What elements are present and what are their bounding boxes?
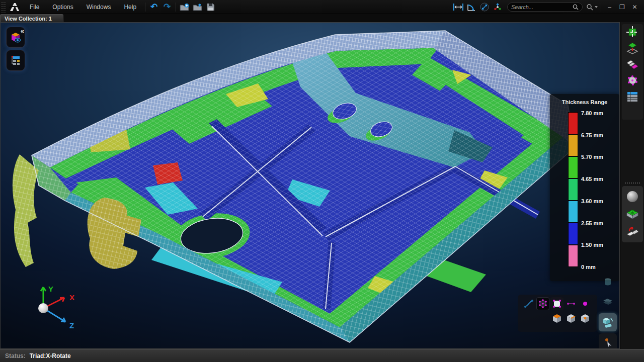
flip-normals-button[interactable] — [624, 224, 641, 240]
cube-sketch-icon — [601, 315, 615, 329]
cursor-icon — [602, 337, 613, 348]
legend-label: 7.80 mm — [581, 110, 603, 116]
collapse-chevrons-icon: « — [21, 27, 23, 35]
workplane-button[interactable] — [599, 273, 617, 291]
triad-z-label: Z — [69, 321, 74, 330]
legend-label: 4.65 mm — [581, 176, 603, 182]
rotate-sphere-button[interactable] — [478, 2, 491, 13]
menu-options[interactable]: Options — [46, 0, 79, 14]
snap-edge-button[interactable] — [565, 312, 578, 325]
entity-visibility-button[interactable]: « — [6, 27, 25, 48]
snap-vertex-button[interactable] — [579, 312, 592, 325]
cube-face-icon — [551, 313, 562, 324]
green-cross-square-icon — [626, 26, 639, 39]
triad-tool-button[interactable] — [491, 2, 504, 13]
select-edge-button[interactable] — [565, 297, 578, 310]
tab-bar: View Collection: 1 — [0, 14, 644, 22]
app-logo-icon — [6, 1, 23, 13]
select-mesh-button[interactable] — [536, 297, 549, 310]
legend-label: 0 mm — [581, 264, 596, 270]
stack-icon — [602, 297, 614, 308]
select-curve-button[interactable] — [522, 297, 535, 310]
sidebar-group-edit — [622, 24, 643, 120]
sidebar-group-display — [622, 186, 643, 242]
triad-x-label: X — [69, 293, 74, 302]
thickness-legend: Thickness Range 7.80 mm6.75 mm5.70 mm4.6… — [550, 94, 619, 281]
menu-windows[interactable]: Windows — [80, 0, 118, 14]
close-button[interactable]: ✕ — [628, 2, 641, 12]
save-button[interactable] — [204, 2, 217, 13]
status-label: Status: — [5, 352, 26, 359]
legend-scale — [569, 113, 578, 266]
mesh-block-icon — [625, 208, 639, 221]
morph-mesh-button[interactable] — [624, 72, 641, 88]
measure-distance-button[interactable] — [452, 2, 465, 13]
browser-list-icon — [10, 54, 22, 66]
cube-vertex-icon — [580, 313, 591, 324]
viewport[interactable]: Y X Z « — [0, 22, 620, 349]
snap-face-button[interactable] — [550, 312, 564, 325]
cylinder-icon — [602, 277, 613, 288]
flip-surface-icon — [625, 225, 639, 238]
element-offset-button[interactable] — [624, 40, 641, 56]
replace-nodes-button[interactable] — [624, 24, 641, 40]
cube-edge-icon — [566, 313, 577, 324]
minimize-button[interactable]: – — [603, 2, 616, 12]
midsurface-button[interactable] — [624, 56, 641, 72]
measure-angle-button[interactable] — [465, 2, 478, 13]
select-face-button[interactable] — [550, 297, 564, 310]
view-tools-toolbar — [597, 272, 618, 349]
legend-color-segment — [569, 245, 578, 266]
sidebar-divider — [624, 182, 640, 184]
legend-label: 1.50 mm — [581, 242, 603, 248]
edge-icon — [566, 299, 576, 309]
mesh-nodes-icon — [538, 299, 548, 309]
legend-label: 5.70 mm — [581, 154, 603, 160]
menu-file[interactable]: File — [23, 0, 46, 14]
legend-color-segment — [569, 201, 578, 223]
redo-button[interactable]: ↷ — [160, 2, 174, 13]
restore-button[interactable]: ❐ — [616, 2, 628, 12]
search-icon — [573, 4, 579, 10]
search-input[interactable]: Search... — [507, 3, 583, 12]
grip-handle[interactable] — [1, 2, 6, 13]
legend-labels: 7.80 mm6.75 mm5.70 mm4.65 mm3.60 mm2.55 … — [581, 113, 616, 266]
application-window: File Options Windows Help ↶ ↷ — [0, 0, 644, 362]
thickness-view-button[interactable] — [624, 206, 641, 222]
diamond-offset-icon — [626, 42, 639, 55]
quad-corners-icon — [552, 299, 562, 309]
advanced-search-button[interactable] — [586, 2, 599, 13]
vertex-icon — [580, 299, 590, 309]
plates-icon — [626, 58, 639, 71]
morph-nodes-icon — [626, 74, 639, 87]
legend-color-segment — [569, 179, 578, 201]
open-model-load-button[interactable] — [191, 2, 204, 13]
section-view-button[interactable] — [599, 293, 617, 311]
table-view-button[interactable] — [624, 88, 641, 105]
menu-bar: File Options Windows Help — [23, 0, 143, 14]
shaded-view-button[interactable] — [624, 189, 641, 205]
separator — [601, 3, 601, 12]
window-controls: – ❐ ✕ — [603, 2, 641, 12]
undo-button[interactable]: ↶ — [147, 2, 160, 13]
pointer-mode-button[interactable] — [599, 333, 617, 349]
legend-label: 3.60 mm — [581, 198, 603, 204]
legend-color-segment — [569, 223, 578, 245]
open-model-add-button[interactable] — [178, 2, 191, 13]
sketch-tools-button[interactable] — [599, 313, 617, 331]
model-browser-button[interactable] — [6, 50, 25, 71]
curve-icon — [524, 299, 534, 309]
legend-color-segment — [569, 113, 578, 135]
legend-color-segment — [569, 135, 578, 157]
status-value: Triad:X-Rotate — [30, 352, 71, 359]
selection-filter-toolbar — [518, 295, 597, 332]
tab-view-collection[interactable]: View Collection: 1 — [0, 14, 63, 22]
select-vertex-button[interactable] — [579, 297, 592, 310]
legend-label: 2.55 mm — [581, 220, 603, 226]
legend-label: 6.75 mm — [581, 132, 603, 138]
separator — [176, 3, 176, 12]
legend-title: Thickness Range — [550, 94, 619, 105]
menu-help[interactable]: Help — [117, 0, 143, 14]
search-placeholder: Search... — [511, 4, 573, 10]
triad-y-label: Y — [48, 285, 53, 293]
